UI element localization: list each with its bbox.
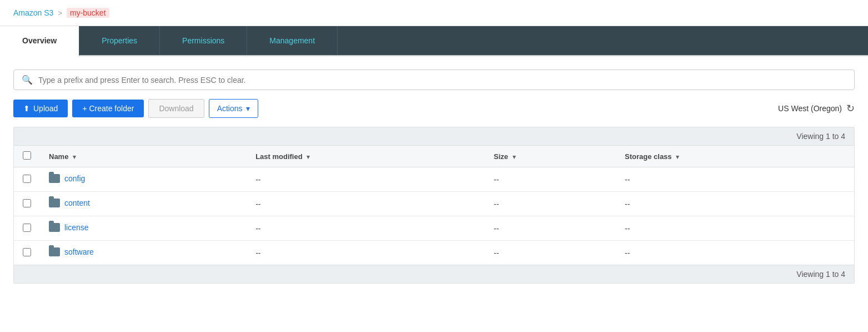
select-all-header — [14, 146, 40, 167]
row-last-modified-3: -- — [247, 241, 485, 265]
file-table-container: Viewing 1 to 4 Name ▾ Last modified ▾ Si… — [13, 127, 855, 284]
row-size-3: -- — [485, 241, 616, 265]
tab-management[interactable]: Management — [247, 26, 338, 55]
folder-link-1[interactable]: content — [49, 199, 90, 207]
row-last-modified-2: -- — [247, 216, 485, 241]
row-name-cell: config — [40, 167, 247, 192]
upload-button[interactable]: ⬆ Upload — [13, 100, 68, 117]
tabs-bar: Overview Properties Permissions Manageme… — [0, 26, 868, 56]
col-name[interactable]: Name ▾ — [40, 146, 247, 167]
folder-icon-1 — [49, 199, 60, 207]
row-checkbox-cell — [14, 167, 40, 192]
folder-link-2[interactable]: license — [49, 223, 89, 232]
folder-name-3: software — [64, 247, 94, 256]
download-button: Download — [148, 99, 204, 118]
folder-link-0[interactable]: config — [49, 174, 85, 183]
table-row: software -- -- -- — [14, 241, 854, 265]
folder-link-3[interactable]: software — [49, 247, 94, 256]
search-bar: 🔍 — [13, 70, 855, 90]
table-row: config -- -- -- — [14, 167, 854, 192]
name-sort-icon: ▾ — [73, 153, 76, 160]
tab-permissions[interactable]: Permissions — [160, 26, 247, 55]
row-storage-class-3: -- — [616, 241, 854, 265]
create-folder-label: + Create folder — [82, 104, 134, 113]
table-footer-count: Viewing 1 to 4 — [14, 265, 854, 283]
upload-icon: ⬆ — [23, 104, 30, 113]
select-all-checkbox[interactable] — [23, 151, 31, 160]
table-header-count: Viewing 1 to 4 — [14, 127, 854, 146]
table-header-row: Name ▾ Last modified ▾ Size ▾ Storage cl… — [14, 146, 854, 167]
create-folder-button[interactable]: + Create folder — [72, 100, 144, 117]
row-checkbox-cell — [14, 216, 40, 241]
breadcrumb: Amazon S3 > my-bucket — [0, 0, 868, 26]
refresh-icon[interactable]: ↻ — [846, 102, 855, 115]
row-checkbox-2[interactable] — [23, 224, 31, 232]
row-checkbox-0[interactable] — [23, 175, 31, 183]
row-checkbox-3[interactable] — [23, 248, 31, 256]
tab-properties[interactable]: Properties — [79, 26, 160, 55]
actions-button[interactable]: Actions ▾ — [209, 99, 258, 118]
col-size[interactable]: Size ▾ — [485, 146, 616, 167]
row-size-2: -- — [485, 216, 616, 241]
row-size-0: -- — [485, 167, 616, 192]
chevron-down-icon: ▾ — [246, 104, 250, 113]
row-storage-class-0: -- — [616, 167, 854, 192]
row-last-modified-0: -- — [247, 167, 485, 192]
row-name-cell: content — [40, 192, 247, 216]
storage-class-sort-icon: ▾ — [676, 153, 679, 160]
download-label: Download — [159, 104, 193, 113]
breadcrumb-current: my-bucket — [67, 8, 109, 18]
folder-icon-0 — [49, 174, 60, 183]
col-storage-class[interactable]: Storage class ▾ — [616, 146, 854, 167]
row-name-cell: software — [40, 241, 247, 265]
region-info: US West (Oregon) ↻ — [778, 102, 855, 115]
folder-icon-2 — [49, 223, 60, 232]
toolbar: ⬆ Upload + Create folder Download Action… — [13, 99, 855, 118]
table-row: content -- -- -- — [14, 192, 854, 216]
folder-name-0: config — [64, 174, 85, 183]
file-table: Name ▾ Last modified ▾ Size ▾ Storage cl… — [14, 146, 854, 265]
search-input[interactable] — [38, 76, 846, 85]
row-last-modified-1: -- — [247, 192, 485, 216]
breadcrumb-separator: > — [58, 9, 62, 17]
main-content: 🔍 ⬆ Upload + Create folder Download Acti… — [0, 56, 868, 332]
region-label: US West (Oregon) — [778, 104, 842, 113]
actions-label: Actions — [217, 104, 243, 113]
breadcrumb-parent[interactable]: Amazon S3 — [13, 8, 53, 17]
folder-name-2: license — [64, 223, 89, 232]
row-storage-class-1: -- — [616, 192, 854, 216]
folder-name-1: content — [64, 199, 90, 207]
search-icon: 🔍 — [22, 75, 33, 85]
row-size-1: -- — [485, 192, 616, 216]
upload-label: Upload — [33, 104, 58, 113]
row-name-cell: license — [40, 216, 247, 241]
folder-icon-3 — [49, 247, 60, 256]
tab-overview[interactable]: Overview — [0, 26, 79, 56]
last-modified-sort-icon: ▾ — [307, 153, 310, 160]
row-checkbox-1[interactable] — [23, 199, 31, 207]
size-sort-icon: ▾ — [513, 153, 516, 160]
row-checkbox-cell — [14, 192, 40, 216]
row-storage-class-2: -- — [616, 216, 854, 241]
table-row: license -- -- -- — [14, 216, 854, 241]
col-last-modified[interactable]: Last modified ▾ — [247, 146, 485, 167]
row-checkbox-cell — [14, 241, 40, 265]
